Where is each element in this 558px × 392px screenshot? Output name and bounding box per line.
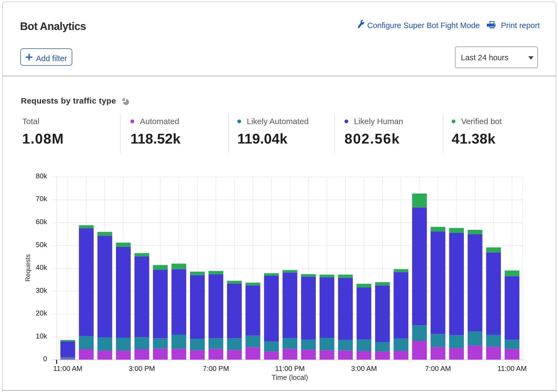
svg-text:Requests: Requests	[24, 254, 31, 281]
svg-text:60k: 60k	[36, 218, 47, 226]
svg-text:7:00 AM: 7:00 AM	[425, 364, 451, 373]
svg-text:30k: 30k	[36, 286, 47, 294]
svg-text:40k: 40k	[36, 263, 47, 271]
svg-text:3:00 PM: 3:00 PM	[129, 364, 155, 373]
svg-text:11:00 PM: 11:00 PM	[275, 364, 305, 373]
svg-text:Time (local): Time (local)	[272, 373, 308, 381]
svg-text:20k: 20k	[36, 309, 47, 317]
svg-text:0: 0	[43, 355, 47, 363]
svg-text:80k: 80k	[36, 172, 47, 180]
svg-text:50k: 50k	[36, 241, 47, 249]
svg-text:11:00 AM: 11:00 AM	[53, 364, 83, 373]
svg-text:11:00 AM: 11:00 AM	[497, 364, 527, 373]
svg-text:7:00 PM: 7:00 PM	[203, 364, 229, 373]
svg-text:3:00 AM: 3:00 AM	[351, 364, 377, 373]
svg-text:70k: 70k	[36, 195, 47, 203]
svg-text:10k: 10k	[36, 332, 47, 340]
